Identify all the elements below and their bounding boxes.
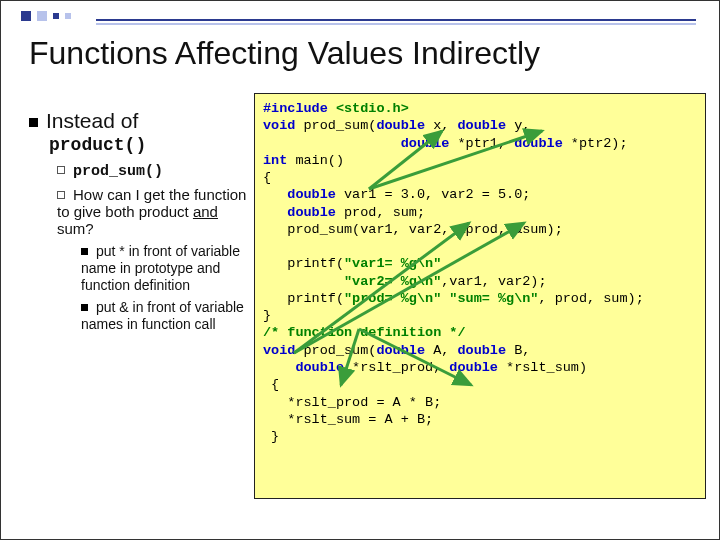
decorative-squares — [21, 11, 71, 21]
bullet-instead-of: Instead of — [29, 109, 249, 133]
header-rule-light — [96, 23, 696, 25]
header-rule — [96, 19, 696, 21]
bullet-product-fn: product() — [49, 135, 249, 155]
bullet-how-can: How can I get the function to give both … — [57, 186, 249, 237]
bullet-prod-sum: prod_sum() — [57, 161, 249, 180]
bullet-column: Instead of product() prod_sum() How can … — [29, 109, 249, 339]
code-block: #include <stdio.h> void prod_sum(double … — [254, 93, 706, 499]
bullet-put-amp: put & in front of variable names in func… — [81, 299, 249, 333]
bullet-put-star: put * in front of variable name in proto… — [81, 243, 249, 293]
slide-title: Functions Affecting Values Indirectly — [29, 35, 699, 72]
